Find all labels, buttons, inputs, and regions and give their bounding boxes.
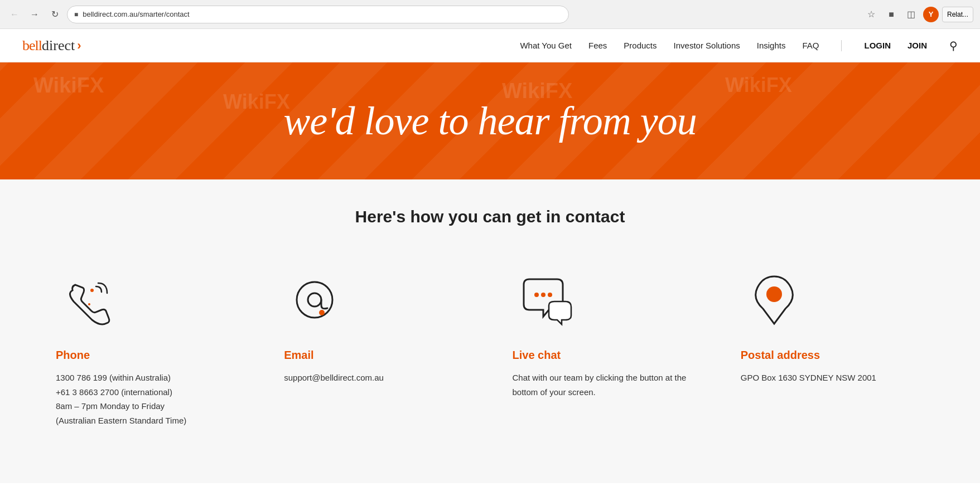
watermark-4: WikiFX — [725, 74, 792, 97]
contact-item-live-chat: Live chat Chat with our team by clicking… — [501, 260, 707, 439]
svg-point-2 — [297, 282, 332, 318]
bookmark-button[interactable]: ☆ — [863, 6, 880, 23]
main-content: Here's how you can get in contact — [0, 179, 980, 483]
hero-banner: WikiFX WikiFX WikiFX WikiFX we'd love to… — [0, 62, 980, 179]
login-link[interactable]: LOGIN — [864, 41, 891, 50]
website: bell direct › What You Get Fees Products… — [0, 29, 980, 483]
svg-point-3 — [308, 293, 321, 307]
contact-grid: Phone 1300 786 199 (within Australia) +6… — [45, 260, 935, 439]
email-icon — [284, 271, 351, 338]
extensions-button[interactable]: ■ — [883, 6, 900, 23]
postal-icon-wrapper — [741, 271, 808, 338]
back-button[interactable]: ← — [7, 7, 22, 22]
logo-chevron-icon: › — [77, 38, 81, 53]
live-chat-icon — [513, 271, 580, 338]
live-chat-label: Live chat — [513, 349, 561, 362]
relat-button[interactable]: Relat... — [942, 7, 973, 22]
join-link[interactable]: JOIN — [907, 41, 927, 50]
live-chat-details: Chat with our team by clicking the butto… — [513, 371, 696, 399]
location-icon — [741, 271, 808, 338]
profile-icon[interactable]: Y — [923, 7, 939, 22]
nav-fees[interactable]: Fees — [588, 41, 607, 50]
svg-point-5 — [534, 293, 539, 297]
email-details: support@belldirect.com.au — [284, 371, 384, 385]
lock-icon: ■ — [74, 11, 78, 18]
watermark-2: WikiFX — [223, 90, 290, 114]
contact-item-email: Email support@belldirect.com.au — [273, 260, 479, 439]
browser-chrome: ← → ↻ ■ belldirect.com.au/smarter/contac… — [0, 0, 980, 29]
search-icon[interactable]: ⚲ — [949, 39, 958, 52]
nav-faq[interactable]: FAQ — [802, 41, 819, 50]
url-text: belldirect.com.au/smarter/contact — [83, 10, 562, 18]
logo-direct: direct — [42, 37, 75, 54]
svg-point-7 — [548, 293, 552, 297]
nav-products[interactable]: Products — [624, 41, 656, 50]
svg-point-8 — [766, 286, 782, 302]
contact-item-phone: Phone 1300 786 199 (within Australia) +6… — [45, 260, 250, 439]
nav-what-you-get[interactable]: What You Get — [520, 41, 572, 50]
phone-label: Phone — [56, 349, 90, 362]
svg-point-4 — [319, 310, 325, 315]
svg-point-6 — [541, 293, 545, 297]
nav-insights[interactable]: Insights — [757, 41, 786, 50]
hero-title: we'd love to hear from you — [283, 98, 697, 144]
svg-point-1 — [90, 289, 94, 292]
nav-investor-solutions[interactable]: Investor Solutions — [674, 41, 740, 50]
sidebar-button[interactable]: ◫ — [903, 6, 920, 23]
site-header: bell direct › What You Get Fees Products… — [0, 29, 980, 62]
phone-icon — [56, 271, 123, 338]
email-icon-wrapper — [284, 271, 351, 338]
forward-button[interactable]: → — [27, 7, 42, 22]
watermark-1: WikiFX — [33, 74, 104, 98]
phone-details: 1300 786 199 (within Australia) +61 3 86… — [56, 371, 186, 427]
postal-label: Postal address — [741, 349, 820, 362]
live-chat-icon-wrapper — [513, 271, 580, 338]
reload-button[interactable]: ↻ — [47, 7, 62, 22]
phone-icon-wrapper — [56, 271, 123, 338]
section-title: Here's how you can get in contact — [45, 207, 935, 226]
postal-details: GPO Box 1630 SYDNEY NSW 2001 — [741, 371, 876, 385]
email-label: Email — [284, 349, 313, 362]
svg-point-0 — [88, 303, 90, 305]
logo[interactable]: bell direct › — [22, 37, 81, 54]
logo-bell: bell — [22, 37, 42, 54]
browser-actions: ☆ ■ ◫ Y Relat... — [863, 6, 973, 23]
contact-item-postal: Postal address GPO Box 1630 SYDNEY NSW 2… — [730, 260, 935, 439]
nav-divider — [841, 40, 842, 51]
main-nav: What You Get Fees Products Investor Solu… — [520, 39, 958, 52]
address-bar[interactable]: ■ belldirect.com.au/smarter/contact — [67, 6, 569, 23]
